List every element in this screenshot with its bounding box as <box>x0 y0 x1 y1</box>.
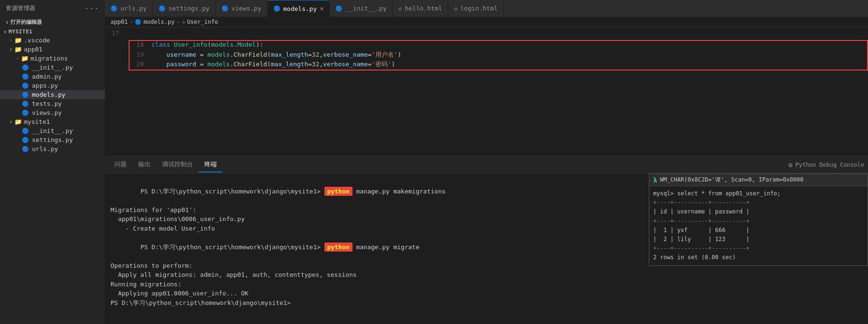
chevron-down-icon: ∨ <box>10 47 12 52</box>
panel-right-area: ⚙ Python Debug Console <box>788 161 864 169</box>
sidebar-item-settings[interactable]: 🔵 settings.py <box>0 135 105 144</box>
mysql-popup: λ WM_CHAR(0x8C2D='谭', Scan=0, IParam=0x0… <box>649 173 868 266</box>
sidebar-item-models[interactable]: 🔵 models.py <box>0 90 105 99</box>
folder-icon: 📁 <box>14 118 22 125</box>
code-content: class User_info(models.Model): <box>151 41 865 48</box>
line-number: 17 <box>107 30 127 37</box>
breadcrumb-userinfo[interactable]: User_info <box>187 19 218 25</box>
mysql-body: mysql> select * from app01_user_info; +-… <box>649 186 868 265</box>
sidebar-item-app01[interactable]: ∨ 📁 app01 <box>0 45 105 54</box>
panel-tabs-group: 问题 输出 调试控制台 终端 <box>109 157 222 172</box>
line-number: 20 <box>131 61 151 68</box>
py-file-icon: 🔵 <box>22 73 29 80</box>
sidebar-item-admin[interactable]: 🔵 admin.py <box>0 72 105 81</box>
breadcrumb: app01 › 🔵 models.py › ⟐ User_info <box>105 17 868 28</box>
chevron-right-icon: › <box>10 38 12 43</box>
breadcrumb-models[interactable]: models.py <box>143 19 174 25</box>
py-icon: 🔵 <box>159 5 166 12</box>
py-icon: 🔵 <box>111 5 118 12</box>
main-area: 🔵 urls.py 🔵 settings.py 🔵 views.py 🔵 mod… <box>105 0 868 324</box>
py-icon: 🔵 <box>273 5 281 12</box>
breadcrumb-app01[interactable]: app01 <box>111 19 128 25</box>
editor-area[interactable]: 17 18 class User_info(models.Model): 19 … <box>105 28 868 156</box>
code-line-18: 18 class User_info(models.Model): <box>130 41 867 51</box>
sidebar-item-init-app01[interactable]: 🔵 __init__.py <box>0 63 105 72</box>
mysql-line-3: | id | username | password | <box>653 207 864 216</box>
breadcrumb-py-icon: 🔵 <box>135 19 141 25</box>
code-line-20: 20 password = models.CharField(max_lengt… <box>130 60 867 70</box>
sidebar-header: 资源管理器 ··· <box>0 0 105 17</box>
gear-icon[interactable]: ⚙ <box>788 161 792 169</box>
breadcrumb-sep1: › <box>130 19 133 25</box>
panel-tab-problems[interactable]: 问题 <box>109 157 132 172</box>
py-file-icon: 🔵 <box>22 146 29 152</box>
cmd-python-keyword: python <box>324 187 353 196</box>
mysql-line-1: mysql> select * from app01_user_info; <box>653 189 864 198</box>
chevron-icon: ∨ <box>6 20 9 25</box>
sidebar-item-urls-mysite1[interactable]: 🔵 urls.py <box>0 144 105 153</box>
lambda-icon: λ <box>653 176 657 184</box>
cmd-migrate: manage.py migrate <box>353 243 420 251</box>
folder-icon: 📁 <box>21 55 29 62</box>
code-content: username = models.CharField(max_length=3… <box>151 51 865 59</box>
py-file-icon: 🔵 <box>22 137 29 143</box>
cmd-python-keyword2: python <box>324 243 353 252</box>
terminal-line-8: Running migrations: <box>111 280 862 289</box>
py-file-icon: 🔵 <box>22 101 29 107</box>
line-number: 18 <box>131 41 151 48</box>
line-number: 19 <box>131 51 151 58</box>
sidebar: 资源管理器 ··· ∨ 打开的编辑器 ∨ MYSITE1 › 📁 .vscode… <box>0 0 105 324</box>
tab-init[interactable]: 🔵 __init__.py <box>330 0 393 17</box>
html-icon: ◇ <box>399 5 402 12</box>
sidebar-item-mysite1[interactable]: ∨ 📁 mysite1 <box>0 117 105 126</box>
open-editors-section: ∨ 打开的编辑器 <box>0 17 105 28</box>
mysql-line-4: +----+----------+----------+ <box>653 217 864 226</box>
folder-icon: 📁 <box>14 46 22 53</box>
py-file-icon: 🔵 <box>22 64 29 71</box>
sidebar-more-icon[interactable]: ··· <box>84 4 99 13</box>
sidebar-item-vscode[interactable]: › 📁 .vscode <box>0 36 105 45</box>
sidebar-item-apps[interactable]: 🔵 apps.py <box>0 81 105 90</box>
tab-urls[interactable]: 🔵 urls.py <box>105 0 153 17</box>
panel-tab-output[interactable]: 输出 <box>132 157 156 172</box>
sidebar-item-tests[interactable]: 🔵 tests.py <box>0 99 105 108</box>
panel-tab-bar: 问题 输出 调试控制台 终端 ⚙ Python Debug Console <box>105 157 868 173</box>
py-file-icon: 🔵 <box>22 110 29 116</box>
mysql-header-text: WM_CHAR(0x8C2D='谭', Scan=0, IParam=0x000… <box>660 176 803 184</box>
mysql-line-5: | 1 | yxf | 666 | <box>653 226 864 235</box>
mysql-line-6: | 2 | lily | 123 | <box>653 235 864 244</box>
mysql-popup-header: λ WM_CHAR(0x8C2D='谭', Scan=0, IParam=0x0… <box>649 174 868 186</box>
close-tab-icon[interactable]: × <box>320 5 323 12</box>
code-line-19: 19 username = models.CharField(max_lengt… <box>130 51 867 60</box>
tab-settings[interactable]: 🔵 settings.py <box>153 0 216 17</box>
sidebar-item-init-mysite1[interactable]: 🔵 __init__.py <box>0 126 105 135</box>
tab-models[interactable]: 🔵 models.py × <box>268 0 330 17</box>
terminal-content[interactable]: PS D:\学习\python_script\homework\django\m… <box>105 173 868 318</box>
terminal-prompt: PS D:\学习\python_script\homework\django\m… <box>141 188 324 195</box>
panel-area: 问题 输出 调试控制台 终端 ⚙ Python Debug Console PS… <box>105 156 868 318</box>
tab-login[interactable]: ◇ login.html <box>448 0 504 17</box>
terminal-line-7: Apply all migrations: admin, app01, auth… <box>111 270 862 280</box>
chevron-down-icon: ∨ <box>10 119 12 124</box>
terminal-prompt: PS D:\学习\python_script\homework\django\m… <box>141 243 324 251</box>
chevron-icon: ∨ <box>4 29 7 34</box>
tab-hello[interactable]: ◇ hello.html <box>393 0 449 17</box>
cmd-makemigrations: manage.py makemigrations <box>353 188 446 195</box>
mysql-line-2: +----+----------+----------+ <box>653 198 864 207</box>
folder-icon: 📁 <box>14 37 22 44</box>
panel-tab-terminal[interactable]: 终端 <box>199 157 222 172</box>
panel-tab-debug[interactable]: 调试控制台 <box>156 157 199 172</box>
code-content: password = models.CharField(max_length=3… <box>151 60 865 69</box>
breadcrumb-sep2: › <box>176 19 180 25</box>
mysql-line-7: +----+----------+----------+ <box>653 244 864 253</box>
code-line-17: 17 <box>105 30 868 39</box>
py-file-icon: 🔵 <box>22 91 29 98</box>
terminal-line-9: Applying app01.0006_user_info... OK <box>111 289 862 298</box>
sidebar-root[interactable]: ∨ MYSITE1 <box>0 28 105 36</box>
mysql-line-8: 2 rows in set (0.00 sec) <box>653 253 864 262</box>
code-highlight-block: 18 class User_info(models.Model): 19 use… <box>129 40 868 71</box>
tab-views[interactable]: 🔵 views.py <box>216 0 268 17</box>
python-debug-console-label: Python Debug Console <box>796 162 865 168</box>
sidebar-item-migrations[interactable]: › 📁 migrations <box>0 54 105 63</box>
sidebar-item-views-app01[interactable]: 🔵 views.py <box>0 108 105 117</box>
